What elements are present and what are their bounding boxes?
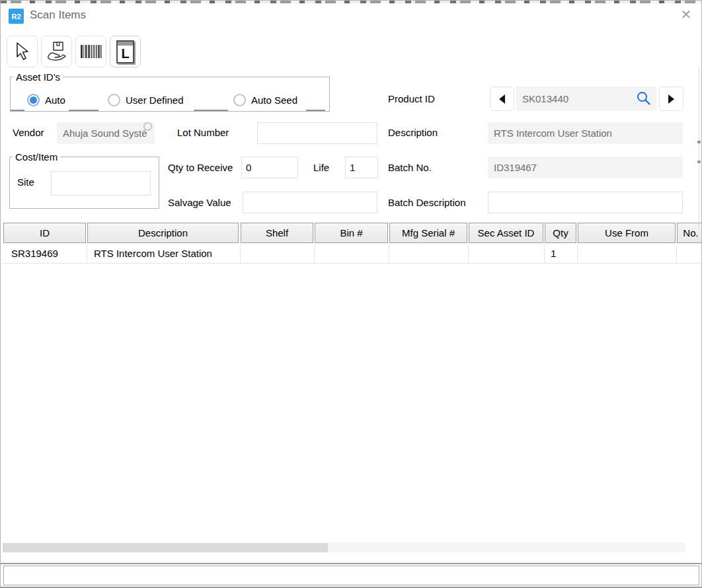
mask-underline: [306, 110, 325, 111]
radio-auto[interactable]: Auto: [27, 94, 65, 106]
scan-items-window: R2 Scan Items ✕ L: [0, 0, 702, 588]
cell-separator: [676, 244, 677, 263]
cost-item-legend: Cost/Item: [13, 151, 60, 163]
horizontal-scrollbar[interactable]: [3, 542, 685, 552]
vendor-field[interactable]: Ahuja Sound Syste: [57, 122, 155, 144]
column-header-use-from[interactable]: Use From: [578, 223, 676, 243]
batch-description-input[interactable]: [488, 192, 683, 213]
radio-user-defined-circle: [108, 94, 120, 106]
site-input[interactable]: [51, 171, 151, 196]
vendor-search-icon[interactable]: [141, 122, 155, 135]
column-header-mfg-serial[interactable]: Mfg Serial #: [389, 223, 467, 243]
salvage-value-input[interactable]: [243, 192, 377, 213]
product-next-button[interactable]: [659, 87, 683, 111]
pointer-icon: [14, 42, 31, 61]
panel-edge-line: [699, 67, 699, 229]
product-search-icon[interactable]: [636, 91, 652, 106]
life-input[interactable]: [345, 157, 378, 178]
radio-auto-seed-label: Auto Seed: [251, 94, 297, 106]
row-cell-id: SR319469: [11, 244, 58, 263]
radio-auto-label: Auto: [45, 94, 65, 106]
radio-auto-seed[interactable]: Auto Seed: [233, 94, 297, 106]
r2-app-logo: R2: [9, 9, 24, 24]
row-cell-qty: 1: [551, 244, 556, 263]
cell-separator: [389, 244, 389, 263]
receive-item-icon: [46, 41, 67, 62]
vendor-value: Ahuja Sound Syste: [63, 128, 147, 139]
barcode-scan-button[interactable]: [75, 36, 106, 67]
salvage-value-label: Salvage Value: [168, 197, 231, 208]
radio-user-defined[interactable]: User Defined: [108, 94, 184, 106]
radio-auto-seed-circle: [233, 94, 246, 106]
row-cell-description: RTS Intercom User Station: [94, 244, 212, 263]
lot-number-input[interactable]: [257, 122, 377, 144]
pointer-tool-button[interactable]: [7, 36, 38, 67]
panel-edge-tick: [697, 141, 701, 143]
close-icon: ✕: [681, 7, 692, 22]
batch-no-field[interactable]: ID319467: [488, 157, 683, 178]
label-print-button[interactable]: L: [110, 36, 141, 67]
site-label: Site: [17, 176, 34, 188]
product-prev-button[interactable]: [490, 87, 514, 111]
bottom-divider: [1, 563, 702, 564]
cell-separator: [544, 244, 545, 263]
next-arrow-icon: [668, 94, 674, 104]
horizontal-scrollbar-thumb[interactable]: [3, 543, 328, 552]
cell-separator: [577, 244, 578, 263]
cell-separator: [87, 244, 87, 263]
background-window-edge: [1, 1, 701, 3]
window-title: Scan Items: [30, 9, 86, 22]
vendor-label: Vendor: [13, 127, 44, 138]
batch-description-label: Batch Description: [388, 197, 466, 208]
radio-user-defined-label: User Defined: [126, 94, 184, 106]
asset-ids-legend: Asset ID's: [13, 71, 63, 83]
mask-underline: [194, 110, 228, 111]
column-header-bin[interactable]: Bin #: [315, 223, 388, 243]
lot-number-label: Lot Number: [177, 127, 229, 138]
radio-auto-circle: [27, 94, 40, 106]
qty-to-receive-input[interactable]: [241, 157, 298, 178]
column-header-sec-asset-id[interactable]: Sec Asset ID: [469, 223, 543, 243]
label-document-icon: L: [116, 40, 134, 63]
column-header-qty[interactable]: Qty: [545, 223, 576, 243]
batch-no-value: ID319467: [494, 162, 537, 173]
description-value: RTS Intercom User Station: [494, 128, 612, 139]
barcode-icon: [80, 44, 102, 59]
prev-arrow-icon: [499, 94, 505, 104]
panel-edge-tick: [697, 161, 701, 163]
mask-underline: [11, 110, 24, 111]
cell-separator: [314, 244, 315, 263]
description-label: Description: [388, 127, 438, 138]
column-header-id[interactable]: ID: [3, 223, 86, 243]
life-label: Life: [313, 162, 329, 173]
batch-no-label: Batch No.: [388, 162, 432, 173]
close-button[interactable]: ✕: [676, 5, 696, 24]
cell-separator: [468, 244, 469, 263]
column-header-shelf[interactable]: Shelf: [241, 223, 313, 243]
description-field[interactable]: RTS Intercom User Station: [488, 122, 683, 144]
receive-item-button[interactable]: [41, 36, 72, 67]
column-header-description[interactable]: Description: [87, 223, 239, 243]
product-id-label: Product ID: [388, 93, 435, 104]
qty-to-receive-label: Qty to Receive: [168, 162, 233, 173]
status-message-input[interactable]: [3, 566, 699, 585]
row-divider: [3, 263, 701, 264]
mask-underline: [69, 110, 98, 111]
product-id-value: SK013440: [522, 93, 568, 104]
cell-separator: [240, 244, 241, 263]
